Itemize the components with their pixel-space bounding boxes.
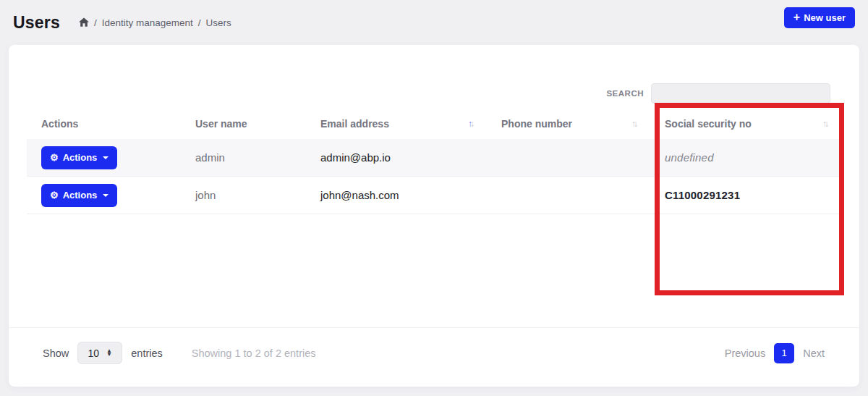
topbar: Users / Identity management / Users + Ne… [0, 0, 868, 45]
search-input[interactable] [651, 83, 830, 104]
breadcrumb-separator: / [94, 17, 97, 28]
social-security-cell: undefined [650, 151, 841, 164]
current-page-button[interactable]: 1 [774, 343, 794, 363]
breadcrumb-separator: / [198, 17, 201, 28]
pagination: Previous 1 Next [725, 343, 825, 363]
column-header-social-security-no[interactable]: Social security no ↑↓ [650, 109, 841, 139]
column-header-actions: Actions [27, 109, 181, 139]
next-page-button[interactable]: Next [803, 347, 825, 359]
caret-down-icon [103, 194, 109, 197]
table-body: ⚙ Actions admin admin@abp.io undefined ⚙… [27, 139, 841, 214]
social-security-cell: C11000291231 [650, 189, 841, 201]
plus-icon: + [793, 12, 800, 23]
sort-icon[interactable]: ↑↓ [468, 119, 472, 129]
table-header-row: Actions User name Email address ↑↓ Phone… [27, 109, 841, 139]
actions-button-label: Actions [63, 190, 98, 201]
gear-icon: ⚙ [50, 153, 59, 162]
search-row: SEARCH [9, 45, 859, 109]
column-header-label: User name [195, 118, 247, 130]
sort-icon[interactable]: ↑↓ [822, 119, 827, 129]
users-table: Actions User name Email address ↑↓ Phone… [27, 109, 841, 214]
gear-icon: ⚙ [50, 190, 59, 200]
actions-cell: ⚙ Actions [27, 146, 181, 169]
actions-cell: ⚙ Actions [27, 184, 181, 207]
email-cell: admin@abp.io [306, 151, 487, 164]
new-user-button[interactable]: + New user [784, 7, 855, 28]
entries-summary: Showing 1 to 2 of 2 entries [192, 347, 316, 359]
breadcrumb-item-users[interactable]: Users [206, 17, 231, 28]
table-empty-space [9, 214, 859, 327]
breadcrumb: / Identity management / Users [79, 17, 231, 28]
breadcrumb-item-identity-management[interactable]: Identity management [102, 17, 193, 28]
table-row-admin: ⚙ Actions admin admin@abp.io undefined [27, 139, 841, 177]
user-name-cell: admin [181, 151, 306, 164]
actions-dropdown-button[interactable]: ⚙ Actions [41, 146, 117, 169]
table-footer: Show 10 ▲▼ entries Showing 1 to 2 of 2 e… [9, 327, 859, 387]
search-label: SEARCH [606, 89, 644, 98]
page-size-value: 10 [88, 347, 100, 359]
column-header-label: Social security no [665, 118, 752, 130]
actions-dropdown-button[interactable]: ⚙ Actions [41, 184, 117, 207]
actions-button-label: Actions [63, 152, 98, 163]
column-header-phone-number[interactable]: Phone number ↑↓ [487, 109, 650, 139]
page-title: Users [13, 13, 60, 33]
sort-icon[interactable]: ↑↓ [631, 119, 636, 129]
previous-page-button[interactable]: Previous [725, 347, 765, 359]
page-size-select[interactable]: 10 ▲▼ [77, 342, 122, 364]
users-card: SEARCH Actions User name Email address ↑… [9, 45, 859, 387]
column-header-label: Actions [41, 118, 78, 130]
new-user-button-label: New user [804, 12, 846, 23]
column-header-label: Email address [320, 118, 389, 130]
entries-label: entries [131, 347, 163, 359]
column-header-user-name: User name [181, 109, 306, 139]
column-header-label: Phone number [501, 118, 572, 130]
page-size-group: Show 10 ▲▼ entries [43, 342, 163, 364]
caret-down-icon [103, 156, 109, 159]
home-icon[interactable] [79, 17, 89, 27]
updown-arrows-icon: ▲▼ [106, 350, 112, 356]
user-name-cell: john [181, 189, 306, 201]
email-cell: john@nash.com [306, 189, 487, 201]
column-header-email-address[interactable]: Email address ↑↓ [306, 109, 487, 139]
table-row-john: ⚙ Actions john john@nash.com C1100029123… [27, 177, 841, 214]
show-label: Show [43, 347, 69, 359]
